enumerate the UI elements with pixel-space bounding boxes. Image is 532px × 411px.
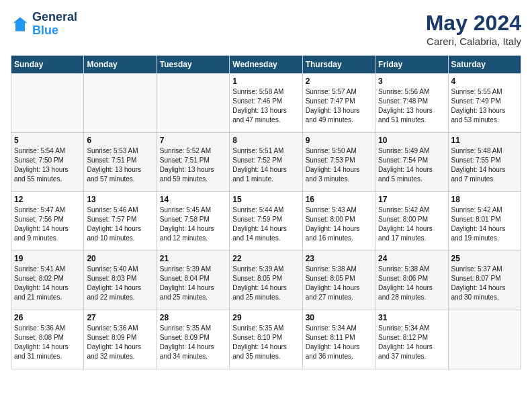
calendar-cell: 28Sunrise: 5:35 AM Sunset: 8:09 PM Dayli…: [157, 310, 229, 369]
day-info: Sunrise: 5:47 AM Sunset: 7:56 PM Dayligh…: [14, 205, 81, 243]
day-info: Sunrise: 5:40 AM Sunset: 8:03 PM Dayligh…: [87, 265, 153, 302]
calendar-cell: 30Sunrise: 5:34 AM Sunset: 8:11 PM Dayli…: [302, 310, 375, 369]
day-number: 30: [306, 313, 372, 322]
day-number: 14: [160, 195, 226, 204]
day-number: 16: [306, 195, 372, 204]
day-number: 2: [306, 77, 372, 86]
day-info: Sunrise: 5:57 AM Sunset: 7:47 PM Dayligh…: [306, 87, 372, 125]
week-row-5: 26Sunrise: 5:36 AM Sunset: 8:08 PM Dayli…: [11, 310, 521, 369]
day-info: Sunrise: 5:50 AM Sunset: 7:53 PM Dayligh…: [306, 146, 372, 184]
day-number: 11: [451, 136, 518, 145]
day-info: Sunrise: 5:56 AM Sunset: 7:48 PM Dayligh…: [378, 87, 445, 125]
day-number: 5: [14, 136, 81, 145]
calendar-cell: 16Sunrise: 5:43 AM Sunset: 8:00 PM Dayli…: [302, 192, 375, 251]
day-info: Sunrise: 5:55 AM Sunset: 7:49 PM Dayligh…: [451, 87, 518, 125]
day-header-wednesday: Wednesday: [230, 56, 302, 74]
calendar-cell: 12Sunrise: 5:47 AM Sunset: 7:56 PM Dayli…: [11, 192, 84, 251]
calendar-cell: 6Sunrise: 5:53 AM Sunset: 7:51 PM Daylig…: [84, 133, 157, 192]
day-info: Sunrise: 5:49 AM Sunset: 7:54 PM Dayligh…: [378, 146, 445, 184]
calendar-cell: 9Sunrise: 5:50 AM Sunset: 7:53 PM Daylig…: [302, 133, 375, 192]
day-info: Sunrise: 5:52 AM Sunset: 7:51 PM Dayligh…: [160, 146, 226, 184]
day-number: 27: [87, 313, 153, 322]
day-info: Sunrise: 5:36 AM Sunset: 8:08 PM Dayligh…: [14, 324, 81, 361]
calendar-cell: 29Sunrise: 5:35 AM Sunset: 8:10 PM Dayli…: [230, 310, 302, 369]
day-info: Sunrise: 5:42 AM Sunset: 8:00 PM Dayligh…: [378, 205, 445, 243]
day-number: 12: [14, 195, 81, 204]
day-number: 1: [232, 77, 299, 86]
calendar-cell: 2Sunrise: 5:57 AM Sunset: 7:47 PM Daylig…: [302, 74, 375, 133]
calendar-cell: 5Sunrise: 5:54 AM Sunset: 7:50 PM Daylig…: [11, 133, 84, 192]
calendar-cell: 21Sunrise: 5:39 AM Sunset: 8:04 PM Dayli…: [157, 251, 229, 310]
calendar-cell: 23Sunrise: 5:38 AM Sunset: 8:05 PM Dayli…: [302, 251, 375, 310]
calendar-cell: 25Sunrise: 5:37 AM Sunset: 8:07 PM Dayli…: [448, 251, 521, 310]
calendar-cell: 14Sunrise: 5:45 AM Sunset: 7:58 PM Dayli…: [157, 192, 229, 251]
calendar-cell: 27Sunrise: 5:36 AM Sunset: 8:09 PM Dayli…: [84, 310, 157, 369]
calendar-cell: 15Sunrise: 5:44 AM Sunset: 7:59 PM Dayli…: [230, 192, 302, 251]
day-number: 24: [378, 254, 445, 263]
day-number: 9: [306, 136, 372, 145]
calendar-cell: 17Sunrise: 5:42 AM Sunset: 8:00 PM Dayli…: [375, 192, 448, 251]
calendar-cell: 22Sunrise: 5:39 AM Sunset: 8:05 PM Dayli…: [230, 251, 302, 310]
calendar-cell: 31Sunrise: 5:34 AM Sunset: 8:12 PM Dayli…: [375, 310, 448, 369]
calendar-cell: [448, 310, 521, 369]
month-title: May 2024: [426, 11, 521, 36]
title-block: May 2024 Careri, Calabria, Italy: [426, 11, 521, 47]
day-info: Sunrise: 5:41 AM Sunset: 8:02 PM Dayligh…: [14, 265, 81, 302]
day-number: 28: [160, 313, 226, 322]
page-header: GeneralBlue May 2024 Careri, Calabria, I…: [11, 11, 521, 47]
calendar-cell: 13Sunrise: 5:46 AM Sunset: 7:57 PM Dayli…: [84, 192, 157, 251]
calendar-cell: [84, 74, 157, 133]
day-info: Sunrise: 5:34 AM Sunset: 8:12 PM Dayligh…: [378, 324, 445, 361]
day-header-thursday: Thursday: [302, 56, 375, 74]
logo-text: GeneralBlue: [32, 11, 77, 38]
day-info: Sunrise: 5:36 AM Sunset: 8:09 PM Dayligh…: [87, 324, 153, 361]
day-info: Sunrise: 5:34 AM Sunset: 8:11 PM Dayligh…: [306, 324, 372, 361]
calendar-cell: 19Sunrise: 5:41 AM Sunset: 8:02 PM Dayli…: [11, 251, 84, 310]
day-info: Sunrise: 5:48 AM Sunset: 7:55 PM Dayligh…: [451, 146, 518, 184]
day-number: 19: [14, 254, 81, 263]
location: Careri, Calabria, Italy: [426, 36, 521, 47]
week-row-3: 12Sunrise: 5:47 AM Sunset: 7:56 PM Dayli…: [11, 192, 521, 251]
calendar-cell: 26Sunrise: 5:36 AM Sunset: 8:08 PM Dayli…: [11, 310, 84, 369]
day-number: 25: [451, 254, 518, 263]
calendar-cell: 1Sunrise: 5:58 AM Sunset: 7:46 PM Daylig…: [230, 74, 302, 133]
day-header-sunday: Sunday: [11, 56, 84, 74]
logo-icon: [11, 15, 30, 34]
day-header-tuesday: Tuesday: [157, 56, 229, 74]
day-info: Sunrise: 5:38 AM Sunset: 8:06 PM Dayligh…: [378, 265, 445, 302]
day-number: 20: [87, 254, 153, 263]
day-info: Sunrise: 5:39 AM Sunset: 8:04 PM Dayligh…: [160, 265, 226, 302]
day-header-saturday: Saturday: [448, 56, 521, 74]
day-number: 29: [232, 313, 299, 322]
day-info: Sunrise: 5:54 AM Sunset: 7:50 PM Dayligh…: [14, 146, 81, 184]
day-number: 13: [87, 195, 153, 204]
week-row-4: 19Sunrise: 5:41 AM Sunset: 8:02 PM Dayli…: [11, 251, 521, 310]
day-number: 3: [378, 77, 445, 86]
day-info: Sunrise: 5:37 AM Sunset: 8:07 PM Dayligh…: [451, 265, 518, 302]
calendar-cell: 18Sunrise: 5:42 AM Sunset: 8:01 PM Dayli…: [448, 192, 521, 251]
day-number: 17: [378, 195, 445, 204]
day-number: 26: [14, 313, 81, 322]
day-number: 7: [160, 136, 226, 145]
calendar-cell: 8Sunrise: 5:51 AM Sunset: 7:52 PM Daylig…: [230, 133, 302, 192]
day-info: Sunrise: 5:53 AM Sunset: 7:51 PM Dayligh…: [87, 146, 153, 184]
week-row-1: 1Sunrise: 5:58 AM Sunset: 7:46 PM Daylig…: [11, 74, 521, 133]
day-header-friday: Friday: [375, 56, 448, 74]
day-info: Sunrise: 5:38 AM Sunset: 8:05 PM Dayligh…: [306, 265, 372, 302]
calendar-cell: 20Sunrise: 5:40 AM Sunset: 8:03 PM Dayli…: [84, 251, 157, 310]
svg-marker-0: [13, 17, 28, 31]
day-info: Sunrise: 5:44 AM Sunset: 7:59 PM Dayligh…: [232, 205, 299, 243]
day-info: Sunrise: 5:39 AM Sunset: 8:05 PM Dayligh…: [232, 265, 299, 302]
calendar-cell: 11Sunrise: 5:48 AM Sunset: 7:55 PM Dayli…: [448, 133, 521, 192]
header-row: SundayMondayTuesdayWednesdayThursdayFrid…: [11, 56, 521, 74]
day-info: Sunrise: 5:45 AM Sunset: 7:58 PM Dayligh…: [160, 205, 226, 243]
calendar-cell: 3Sunrise: 5:56 AM Sunset: 7:48 PM Daylig…: [375, 74, 448, 133]
day-number: 23: [306, 254, 372, 263]
day-info: Sunrise: 5:43 AM Sunset: 8:00 PM Dayligh…: [306, 205, 372, 243]
calendar-table: SundayMondayTuesdayWednesdayThursdayFrid…: [11, 55, 521, 369]
calendar-cell: 4Sunrise: 5:55 AM Sunset: 7:49 PM Daylig…: [448, 74, 521, 133]
day-info: Sunrise: 5:51 AM Sunset: 7:52 PM Dayligh…: [232, 146, 299, 184]
week-row-2: 5Sunrise: 5:54 AM Sunset: 7:50 PM Daylig…: [11, 133, 521, 192]
day-number: 31: [378, 313, 445, 322]
day-info: Sunrise: 5:35 AM Sunset: 8:09 PM Dayligh…: [160, 324, 226, 361]
